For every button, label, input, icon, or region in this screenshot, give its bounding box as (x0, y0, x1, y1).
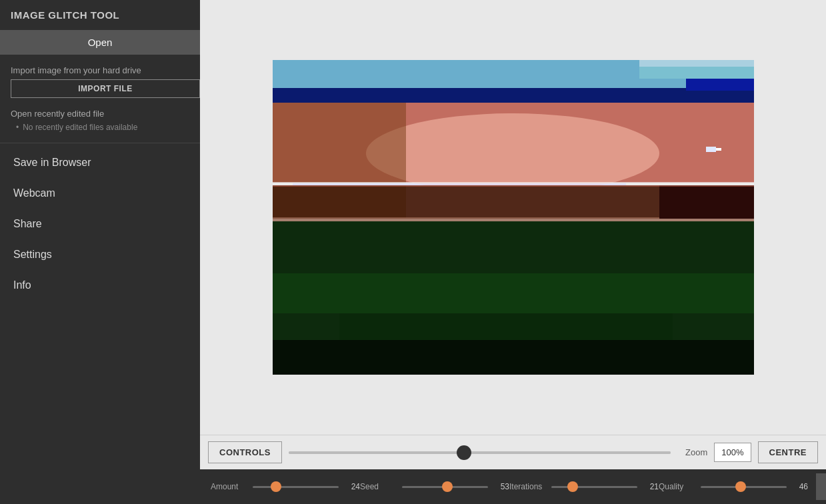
randomise-button[interactable]: RANDOMISE (816, 473, 826, 500)
quality-value: 46 (792, 482, 808, 491)
zoom-value: 100% (714, 443, 751, 462)
quality-slider[interactable] (701, 486, 787, 488)
svg-rect-8 (293, 183, 626, 185)
svg-rect-1 (273, 88, 754, 103)
svg-rect-19 (706, 147, 716, 152)
app-title: IMAGE GLITCH TOOL (0, 0, 200, 30)
canvas-area (200, 0, 826, 435)
controls-bar: CONTROLS Zoom 100% CENTRE (200, 435, 826, 469)
seed-value: 53 (493, 482, 509, 491)
sidebar-divider (0, 143, 200, 143)
quality-label: Quality (659, 482, 695, 491)
recent-empty-item: No recently edited files available (0, 121, 200, 139)
svg-rect-22 (639, 60, 754, 67)
iterations-value: 21 (643, 482, 659, 491)
svg-rect-20 (716, 148, 721, 151)
svg-rect-16 (273, 340, 754, 375)
iterations-slider-group: Iterations 21 (509, 482, 659, 491)
svg-rect-15 (339, 313, 673, 340)
amount-value: 24 (344, 482, 360, 491)
svg-rect-17 (659, 185, 754, 219)
sidebar-item-webcam[interactable]: Webcam (0, 178, 200, 209)
zoom-label: Zoom (685, 447, 707, 457)
controls-slider-track (289, 451, 671, 454)
sidebar-item-settings[interactable]: Settings (0, 239, 200, 270)
centre-button[interactable]: CENTRE (758, 441, 818, 463)
svg-rect-18 (273, 185, 754, 187)
open-button[interactable]: Open (0, 30, 200, 55)
seed-slider[interactable] (402, 486, 488, 488)
amount-slider[interactable] (253, 486, 339, 488)
quality-slider-group: Quality 46 (659, 482, 808, 491)
svg-rect-2 (686, 79, 754, 91)
controls-slider-thumb[interactable] (457, 445, 471, 460)
seed-slider-group: Seed 53 (360, 482, 509, 491)
sidebar-item-save-in-browser[interactable]: Save in Browser (0, 147, 200, 178)
amount-slider-group: Amount 24 (211, 482, 360, 491)
amount-label: Amount (211, 482, 247, 491)
svg-point-5 (366, 113, 659, 193)
sidebar-item-share[interactable]: Share (0, 209, 200, 239)
iterations-label: Iterations (509, 482, 546, 491)
sidebar-item-info[interactable]: Info (0, 270, 200, 301)
recent-section-label: Open recently edited file (0, 107, 200, 121)
controls-slider[interactable] (289, 451, 671, 454)
main-content: CONTROLS Zoom 100% CENTRE Amount 24 Seed (200, 0, 826, 504)
import-file-button[interactable]: IMPORT FILE (11, 79, 200, 98)
svg-rect-6 (273, 103, 406, 183)
controls-slider-container (289, 451, 671, 454)
seed-label: Seed (360, 482, 397, 491)
svg-rect-14 (273, 273, 754, 313)
import-section-label: Import image from your hard drive (0, 63, 200, 79)
glitch-canvas (273, 60, 754, 375)
sliders-bar: Amount 24 Seed 53 Iterations 21 Quality … (200, 469, 826, 504)
controls-button[interactable]: CONTROLS (208, 441, 282, 463)
sidebar: IMAGE GLITCH TOOL Open Import image from… (0, 0, 200, 504)
app-container: IMAGE GLITCH TOOL Open Import image from… (0, 0, 826, 504)
iterations-slider[interactable] (551, 486, 637, 488)
